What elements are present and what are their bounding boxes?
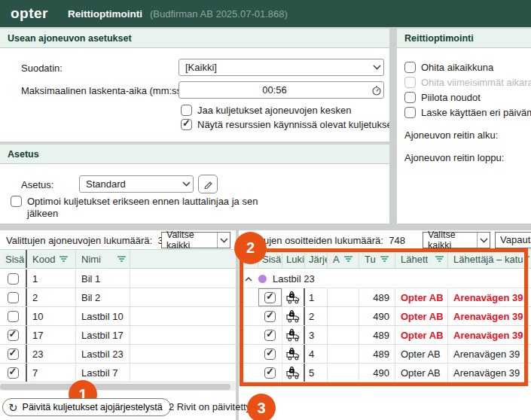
horizontal-scrollbar[interactable]	[0, 383, 236, 391]
hide-pickups-checkbox-row[interactable]: Piilota noudot	[404, 92, 481, 104]
row-checkbox[interactable]	[8, 292, 19, 303]
vehicle-row[interactable]: 10 Lastbil 10	[0, 307, 236, 326]
locked-truck-icon	[285, 291, 301, 304]
chevron-down-icon	[370, 65, 383, 70]
filter-dropdown[interactable]: [Kaikki]	[179, 59, 384, 76]
share-transports-checkbox-row[interactable]: Jaa kuljetukset ajoneuvojen kesken	[181, 105, 352, 117]
sender: Opter AB	[395, 307, 448, 325]
row-checkbox[interactable]	[264, 311, 276, 322]
vehicle-code: 10	[27, 307, 76, 325]
row-checkbox[interactable]	[264, 348, 276, 360]
filter-label: Suodatin:	[21, 62, 63, 74]
col-tu[interactable]: Tu	[359, 250, 395, 268]
vehicle-name: Lastbil 17	[76, 326, 130, 344]
vertical-splitter[interactable]	[389, 29, 397, 224]
app-version: (Budfirman AB 2025.07-01.868)	[150, 8, 288, 20]
app-header: opter Reittioptimointi (Budfirman AB 202…	[0, 0, 531, 27]
col-lahettaja-katu[interactable]: Lähettäjä – katu	[448, 250, 531, 268]
optimize-ferry-checkbox-row[interactable]: Optimoi kuljetukset erikseen ennen lautt…	[11, 196, 291, 220]
address-row[interactable]: 2 490 Opter AB Arenavägen 39	[239, 307, 531, 326]
tu-value: 489	[359, 345, 395, 363]
address-row[interactable]: 1 489 Opter AB Arenavägen 39	[239, 288, 531, 307]
calc-other-date-checkbox-row[interactable]: Laske käyttäen eri päivämä	[404, 107, 531, 119]
scrollbar-thumb[interactable]	[0, 384, 230, 390]
collapse-chevron-icon[interactable]	[245, 277, 252, 282]
locked-truck-icon	[285, 366, 301, 379]
col-sisa[interactable]: Sisä	[0, 250, 27, 268]
refresh-icon: ↻	[8, 402, 18, 413]
locked-truck-icon	[285, 309, 301, 323]
filter-icon[interactable]	[527, 255, 529, 263]
sender: Opter AB	[395, 345, 448, 363]
annotation-circle-2: 2	[234, 232, 267, 264]
row-checkbox[interactable]	[8, 367, 19, 379]
address-row[interactable]: 5 490 Opter AB Arenavägen 39	[239, 364, 531, 382]
vehicle-code: 1	[27, 269, 76, 288]
row-checkbox[interactable]	[264, 292, 276, 303]
show-running-transports-checkbox-row[interactable]: Näytä resurssien käynnissä olevat kuljet…	[181, 119, 395, 131]
col-a[interactable]: A	[328, 250, 359, 268]
setting-label: Asetus:	[21, 179, 53, 190]
addresses-table-header: Sisä Luki Järje A Tu Lähett Lähettäjä – …	[239, 249, 531, 269]
order-number: 3	[305, 326, 328, 344]
address-count-label: Valittujen osoitteiden lukumäärä: 748	[243, 235, 405, 246]
order-number: 1	[305, 288, 328, 306]
edit-setting-button[interactable]	[198, 175, 218, 193]
chevron-down-icon	[217, 233, 230, 248]
filter-icon[interactable]	[59, 255, 69, 263]
col-lahett[interactable]: Lähett	[395, 250, 448, 268]
skip-time-window-checkbox-row[interactable]: Ohita aikaikkuna	[404, 62, 493, 74]
col-kood[interactable]: Kood	[27, 250, 76, 268]
vehicle-row[interactable]: 2 Bil 2	[0, 288, 236, 307]
vehicle-row[interactable]: 7 Lastbil 7	[0, 364, 236, 382]
filter-icon[interactable]	[380, 255, 389, 263]
col-nimi[interactable]: Nimi	[76, 250, 130, 268]
group-row-lastbil-23[interactable]: Lastbil 23	[239, 270, 531, 288]
checkbox[interactable]	[181, 105, 192, 116]
col-jarje[interactable]: Järje	[305, 250, 328, 268]
row-checkbox[interactable]	[264, 330, 276, 341]
vehicle-code: 7	[27, 364, 76, 382]
vehicle-name: Bil 1	[76, 269, 130, 288]
order-number: 5	[305, 364, 328, 382]
vehicle-row[interactable]: 1 Bil 1	[0, 269, 236, 288]
checkbox[interactable]	[404, 107, 416, 118]
vehicle-name: Lastbil 23	[76, 345, 130, 363]
addresses-select-all-dropdown[interactable]: Valitse kaikki	[423, 232, 490, 248]
pencil-icon	[203, 179, 213, 189]
setting-dropdown[interactable]: Standard	[79, 175, 194, 193]
sender-street: Arenavägen 39	[448, 364, 531, 382]
release-lock-button[interactable]: Vapauta/lu	[495, 232, 531, 248]
vehicle-count-label: Valittujen ajoneuvojen lukumäärä: 3	[6, 235, 163, 246]
row-checkbox[interactable]	[8, 273, 19, 285]
rows-updated-status: 2 Rivit on päivitetty	[169, 401, 251, 412]
vehicle-name: Bil 2	[76, 288, 130, 306]
row-checkbox[interactable]	[8, 311, 19, 322]
chevron-down-icon	[179, 181, 193, 187]
opter-logo: opter	[11, 5, 48, 22]
col-luki[interactable]: Luki	[282, 250, 305, 268]
vehicles-table-header: Sisä Kood Nimi	[0, 249, 236, 269]
row-checkbox[interactable]	[264, 367, 276, 379]
checkbox[interactable]	[404, 62, 416, 73]
checkbox[interactable]	[11, 196, 22, 207]
section-title: Asetus	[0, 145, 389, 164]
address-row[interactable]: 3 489 Opter AB Arenavägen 39	[239, 326, 531, 345]
tu-value: 490	[359, 307, 395, 325]
row-checkbox[interactable]	[8, 348, 19, 360]
update-transports-button[interactable]: ↻ Päivitä kuljetukset ajojärjestelystä	[2, 398, 171, 416]
max-time-input[interactable]: 00:56	[179, 81, 384, 99]
filter-icon[interactable]	[117, 255, 127, 263]
group-color-dot	[258, 275, 267, 283]
checkbox[interactable]	[404, 92, 416, 103]
vehicle-row[interactable]: 17 Lastbil 17	[0, 326, 236, 345]
filter-icon[interactable]	[343, 255, 353, 263]
sender: Opter AB	[395, 288, 448, 306]
filter-icon[interactable]	[435, 255, 444, 263]
vehicles-select-all-dropdown[interactable]: Valitse kaikki	[161, 232, 230, 248]
address-row[interactable]: 4 489 Opter AB Arenavägen 39	[239, 345, 531, 364]
vehicle-row[interactable]: 23 Lastbil 23	[0, 345, 236, 364]
row-checkbox[interactable]	[8, 330, 19, 341]
checkbox[interactable]	[181, 119, 192, 130]
locked-truck-icon	[285, 328, 301, 342]
